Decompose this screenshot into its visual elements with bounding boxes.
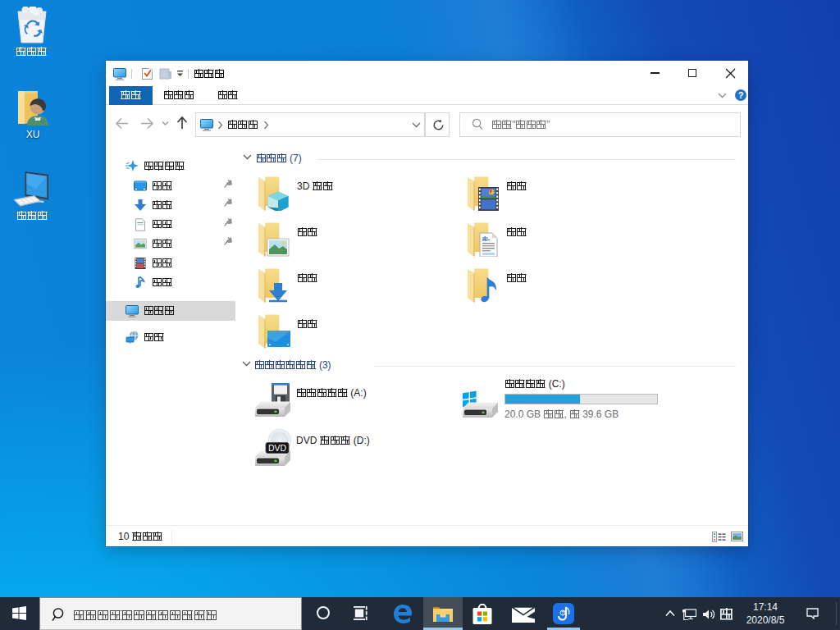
svg-text:DVD: DVD — [268, 443, 287, 453]
svg-text:A: A — [482, 235, 486, 243]
svg-text:T: T — [561, 610, 564, 616]
